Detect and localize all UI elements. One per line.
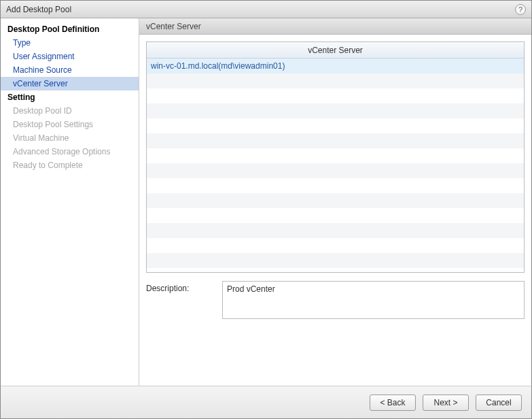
table-row[interactable] <box>147 208 524 223</box>
table-row[interactable] <box>147 253 524 268</box>
main-area: Desktop Pool Definition Type User Assign… <box>1 18 531 386</box>
description-label: Description: <box>146 281 222 293</box>
section-header-setting: Setting <box>1 90 139 104</box>
cancel-button[interactable]: Cancel <box>476 395 522 411</box>
wizard-footer: < Back Next > Cancel <box>1 386 531 418</box>
table-row[interactable] <box>147 238 524 253</box>
table-row[interactable] <box>147 223 524 238</box>
sidebar-item-vcenter-server[interactable]: vCenter Server <box>1 77 139 90</box>
description-box: Prod vCenter <box>222 281 525 319</box>
table-row[interactable]: win-vc-01.md.local(md\viewadmin01) <box>147 58 524 73</box>
table-row[interactable] <box>147 148 524 163</box>
table-row[interactable] <box>147 133 524 148</box>
wizard-sidebar: Desktop Pool Definition Type User Assign… <box>1 18 139 386</box>
next-button[interactable]: Next > <box>423 395 469 411</box>
table-row[interactable] <box>147 103 524 118</box>
sidebar-item-machine-source[interactable]: Machine Source <box>1 63 139 77</box>
sidebar-item-desktop-pool-id: Desktop Pool ID <box>1 104 139 118</box>
window-title: Add Desktop Pool <box>6 5 71 14</box>
help-symbol: ? <box>518 5 522 14</box>
content-panel: vCenter Server vCenter Server win-vc-01.… <box>139 18 531 386</box>
content-body: vCenter Server win-vc-01.md.local(md\vie… <box>139 35 531 386</box>
sidebar-item-desktop-pool-settings: Desktop Pool Settings <box>1 118 139 131</box>
sidebar-item-virtual-machine: Virtual Machine <box>1 131 139 145</box>
table-row[interactable] <box>147 73 524 88</box>
description-section: Description: Prod vCenter <box>146 281 525 319</box>
back-button[interactable]: < Back <box>370 395 416 411</box>
table-row[interactable] <box>147 193 524 208</box>
table-body: win-vc-01.md.local(md\viewadmin01) <box>147 58 524 272</box>
table-row[interactable] <box>147 118 524 133</box>
table-row[interactable] <box>147 178 524 193</box>
section-header-definition: Desktop Pool Definition <box>1 22 139 36</box>
help-icon[interactable]: ? <box>515 4 526 15</box>
content-header: vCenter Server <box>139 18 531 35</box>
wizard-window: Add Desktop Pool ? Desktop Pool Definiti… <box>0 0 532 419</box>
vcenter-table: vCenter Server win-vc-01.md.local(md\vie… <box>146 41 525 273</box>
table-row[interactable] <box>147 163 524 178</box>
sidebar-item-ready-to-complete: Ready to Complete <box>1 158 139 172</box>
table-row[interactable] <box>147 88 524 103</box>
titlebar: Add Desktop Pool ? <box>1 1 531 18</box>
sidebar-item-advanced-storage: Advanced Storage Options <box>1 145 139 158</box>
sidebar-item-type[interactable]: Type <box>1 36 139 50</box>
table-column-header[interactable]: vCenter Server <box>147 42 524 58</box>
sidebar-item-user-assignment[interactable]: User Assignment <box>1 50 139 63</box>
